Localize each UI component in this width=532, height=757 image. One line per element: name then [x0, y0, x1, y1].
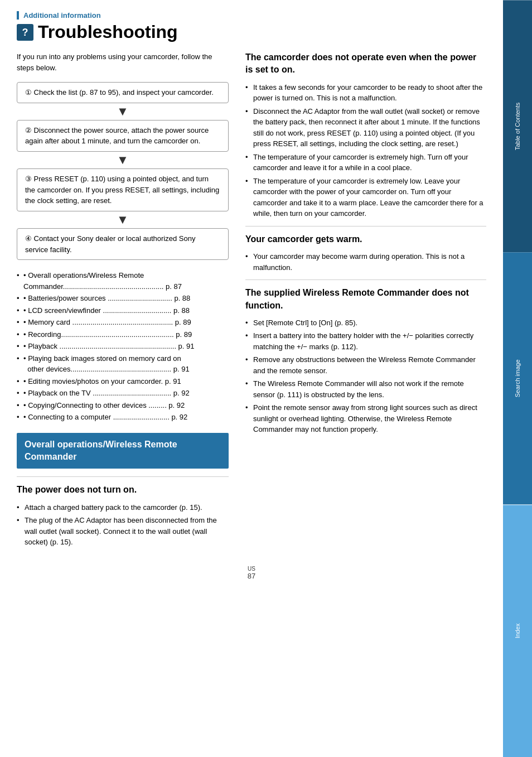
subheading-wireless: The supplied Wireless Remote Commander d…	[245, 287, 486, 312]
title-icon: ?	[17, 24, 33, 41]
arrow-3: ▼	[17, 213, 229, 227]
divider-2	[245, 226, 486, 226]
wireless-bullets: Set [Remote Ctrl] to [On] (p. 85). Inser…	[245, 317, 486, 435]
list-item: Disconnect the AC Adaptor from the wall …	[245, 106, 486, 150]
page-number: US 87	[17, 566, 486, 580]
section-label: Additional information	[17, 11, 486, 20]
section-box: Overall operations/Wireless Remote Comma…	[17, 433, 229, 469]
subheading-no-operate: The camcorder does not operate even when…	[245, 51, 486, 76]
divider-3	[245, 279, 486, 280]
toc-item: • Connecting to a computer .............…	[17, 412, 229, 423]
subheading-warm: Your camcorder gets warm.	[245, 233, 486, 245]
step-1-box: ① Check the list (p. 87 to 95), and insp…	[17, 82, 229, 103]
list-item: The plug of the AC Adaptor has been disc…	[17, 515, 229, 548]
divider	[17, 476, 229, 477]
list-item: The temperature of your camcorder is ext…	[245, 152, 486, 173]
list-item: Insert a battery into the battery holder…	[245, 330, 486, 352]
list-item: Set [Remote Ctrl] to [On] (p. 85).	[245, 317, 486, 329]
arrow-2: ▼	[17, 153, 229, 167]
toc-list: • Overall operations/Wireless Remote Com…	[17, 270, 229, 423]
sidebar-tab-index-label: Index	[514, 623, 521, 638]
title-text: Troubleshooting	[38, 22, 178, 42]
sidebar-tab-search-label: Search image	[514, 360, 521, 398]
step-2-box: ② Disconnect the power source, attach th…	[17, 120, 229, 152]
list-item: The Wireless Remote Commander will also …	[245, 378, 486, 400]
sidebar-tab-search[interactable]: Search image	[503, 252, 532, 504]
steps-container: ① Check the list (p. 87 to 95), and insp…	[17, 82, 229, 260]
toc-item: • Batteries/power sources ..............…	[17, 293, 229, 304]
arrow-1: ▼	[17, 104, 229, 119]
list-item: Remove any obstructions between the Wire…	[245, 354, 486, 376]
list-item: Your camcorder may become warm during op…	[245, 251, 486, 273]
toc-item: • Playback on the TV ...................…	[17, 388, 229, 399]
sidebar-tab-toc-label: Table of Contents	[514, 102, 521, 150]
toc-item: • Copying/Connecting to other devices ..…	[17, 400, 229, 411]
toc-item: • Overall operations/Wireless Remote Com…	[17, 270, 229, 292]
list-item: Attach a charged battery pack to the cam…	[17, 502, 229, 513]
sidebar-tab-toc[interactable]: Table of Contents	[503, 0, 532, 252]
step-4-box: ④ Contact your Sony dealer or local auth…	[17, 228, 229, 260]
toc-item: • Playback .............................…	[17, 341, 229, 352]
power-bullets: Attach a charged battery pack to the cam…	[17, 502, 229, 548]
toc-item: • Memory card ..........................…	[17, 317, 229, 328]
toc-item: • Playing back images stored on memory c…	[17, 353, 229, 375]
list-item: Point the remote sensor away from strong…	[245, 402, 486, 435]
no-operate-bullets: It takes a few seconds for your camcorde…	[245, 82, 486, 219]
page-title: ? Troubleshooting	[17, 22, 486, 42]
warm-bullets: Your camcorder may become warm during op…	[245, 251, 486, 273]
list-item: The temperature of your camcorder is ext…	[245, 176, 486, 219]
sidebar-tab-index[interactable]: Index	[503, 505, 532, 757]
subheading-power: The power does not turn on.	[17, 484, 229, 496]
right-sidebar: Table of Contents Search image Index	[503, 0, 532, 757]
list-item: It takes a few seconds for your camcorde…	[245, 82, 486, 104]
intro-text: If you run into any problems using your …	[17, 51, 229, 73]
toc-item: • LCD screen/viewfinder ................…	[17, 305, 229, 316]
toc-item: • Recording.............................…	[17, 329, 229, 340]
step-3-box: ③ Press RESET (p. 110) using a pointed o…	[17, 168, 229, 211]
toc-item: • Editing movies/photos on your camcorde…	[17, 376, 229, 387]
